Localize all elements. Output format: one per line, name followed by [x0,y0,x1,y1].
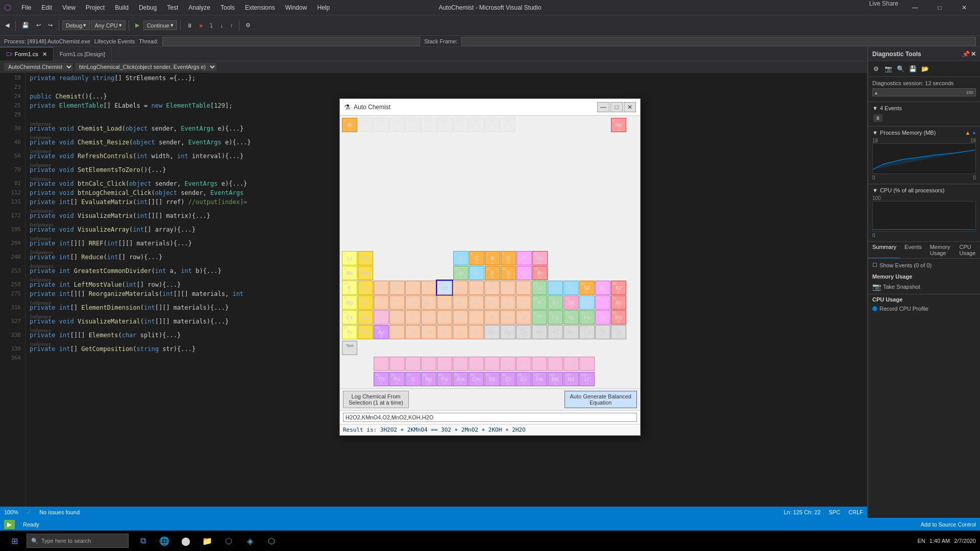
element-Hs[interactable]: 108Hs0 [453,325,468,339]
element-K[interactable]: 19K2 [342,281,357,295]
element-Ge[interactable]: 32Ge0 [548,281,563,295]
element-Fr[interactable]: 87Fr0 [342,325,357,339]
element-Te[interactable]: 52Te0 [579,295,595,310]
expand-cpu-icon[interactable]: ▼ [872,187,878,193]
snapshot-icon[interactable]: 📷 [883,63,894,74]
element-Sb[interactable]: 51Sb0 [564,295,579,310]
pause-events-btn[interactable]: ⏸ [873,114,883,122]
elem-DiyD[interactable]: DiyD0 [405,118,421,132]
element-Gd[interactable]: 64Gd0 [469,357,484,371]
elem-DiyG[interactable]: DiyG0 [453,118,468,132]
pause-btn[interactable]: ⏸ [184,20,195,31]
element-Am[interactable]: 95Am0 [453,372,468,386]
maximize-button[interactable]: □ [928,0,951,15]
text-cell[interactable]: Text 0 [342,341,357,355]
element-Sr[interactable]: 38Sr0 [358,295,373,310]
step-into-btn[interactable]: ↓ [217,20,226,31]
menu-edit[interactable]: Edit [37,3,56,12]
element-Ta[interactable]: 73Ta0 [405,310,421,324]
element-Zr[interactable]: 40Zr0 [389,295,405,310]
element-Be[interactable]: 4Be0 [358,251,373,265]
task-view-btn[interactable]: ⧉ [133,531,153,551]
element-Al[interactable]: 13Al0 [453,266,469,280]
element-Rf[interactable]: 104Rf0 [389,325,405,339]
element-Th[interactable]: 90Th0 [374,372,389,386]
dialog-close-btn[interactable]: ✕ [624,102,636,112]
element-Ce[interactable]: 58Ce0 [374,357,389,371]
undo-btn[interactable]: ↩ [33,20,44,31]
element-Zn[interactable]: 30Zn0 [516,281,531,295]
thread-input[interactable] [162,37,420,46]
tab-form1-cs[interactable]: C# Form1.cs ✕ [0,47,54,61]
element-Ar[interactable]: 18Ar0 [532,266,548,280]
menu-project[interactable]: Project [82,3,109,12]
element-Mt[interactable]: 109Mt0 [469,325,484,339]
element-Rh[interactable]: 45Rh0 [469,295,484,310]
menu-tools[interactable]: Tools [216,3,239,12]
element-Yb[interactable]: 70Yb0 [564,357,579,371]
explorer-btn[interactable]: 📁 [197,531,217,551]
element-Bi[interactable]: 83Bi0 [564,310,579,324]
element-Lr[interactable]: 103Lr0 [579,372,595,386]
element-Fe[interactable]: 26Fe0 [453,281,468,295]
git-text[interactable]: Add to Source Control [921,521,976,528]
element-Sc[interactable]: 21Sc0 [374,281,389,295]
element-Pr[interactable]: 59Pr0 [389,357,405,371]
tab-form1-design[interactable]: Form1.cs [Design] [54,47,112,61]
element-Na[interactable]: 11Na0 [342,266,357,280]
close-button[interactable]: ✕ [952,0,976,15]
element-Nh[interactable]: 113Nh0 [532,325,547,339]
chemical-input[interactable] [343,413,637,422]
class-dropdown[interactable]: AutoChemist.Chemist [4,63,73,71]
dialog-minimize-btn[interactable]: — [597,102,609,112]
debug-dropdown[interactable]: Debug ▾ [62,20,90,30]
element-Fl[interactable]: 114Fl0 [548,325,563,339]
expand-pm-icon[interactable]: ▼ [872,130,878,136]
element-Nb[interactable]: 41Nb0 [405,295,421,310]
element-S[interactable]: 16S0 [501,266,516,280]
element-Sn[interactable]: 50Sn0 [548,295,563,310]
elem-DiyC[interactable]: DiyC0 [389,118,405,132]
element-Sm[interactable]: 62Sm0 [437,357,452,371]
element-Hf[interactable]: 72Hf0 [389,310,405,324]
element-Re[interactable]: 75Re0 [437,310,452,324]
diag-tab-cpu[interactable]: CPU Usage [955,242,980,258]
element-Hg[interactable]: 80Hg0 [516,310,531,324]
misc-btn-1[interactable]: ⚙ [242,20,254,31]
element-Eu[interactable]: 63Eu0 [453,357,468,371]
redo-btn[interactable]: ↪ [45,20,56,31]
element-Bk[interactable]: 97Bk0 [484,372,500,386]
element-No[interactable]: 102No0 [564,372,579,386]
element-At[interactable]: 85At0 [595,310,610,324]
play-btn[interactable]: ▶ [132,20,142,31]
chrome-btn[interactable]: ⬤ [176,531,196,551]
element-Mn[interactable]: 25Mn2 [437,281,452,295]
element-In[interactable]: 49In0 [532,295,547,310]
search-diag-icon[interactable]: 🔍 [895,63,906,74]
menu-analyze[interactable]: Analyze [184,3,214,12]
element-Cm[interactable]: 96Cm0 [469,372,484,386]
element-Ne[interactable]: 10Ne0 [532,251,548,265]
element-Lu[interactable]: 71Lu0 [579,357,595,371]
element-Ca[interactable]: 20Ca0 [358,281,373,295]
element-Pu[interactable]: 94Pu0 [437,372,452,386]
minimize-button[interactable]: — [903,0,927,15]
element-Fm[interactable]: 100Fm0 [532,372,547,386]
step-out-btn[interactable]: ↑ [227,20,236,31]
open-diag-icon[interactable]: 📂 [919,63,930,74]
stop-btn[interactable]: ■ [197,20,206,31]
elem-DiyE[interactable]: DiyE0 [421,118,436,132]
element-Au[interactable]: 79Au0 [500,310,516,324]
element-I[interactable]: 53I0 [595,295,610,310]
element-Mc[interactable]: 115Mc0 [564,325,579,339]
element-F[interactable]: 9F0 [517,251,532,265]
element-Ba[interactable]: 56Ba0 [358,310,373,324]
auto-generate-button[interactable]: Auto Generate Balanced Equation [565,391,637,408]
element-V[interactable]: 23V0 [405,281,421,295]
element-Cs[interactable]: 55Cs0 [342,310,357,324]
element-Tm[interactable]: 69Tm0 [548,357,563,371]
element-Lv[interactable]: 116Lv0 [579,325,595,339]
element-Ts[interactable]: 117Ts0 [595,325,610,339]
method-dropdown[interactable]: btnLogChemical_Click(object sender, Even… [75,63,216,71]
element-Nd[interactable]: 60Nd0 [405,357,421,371]
